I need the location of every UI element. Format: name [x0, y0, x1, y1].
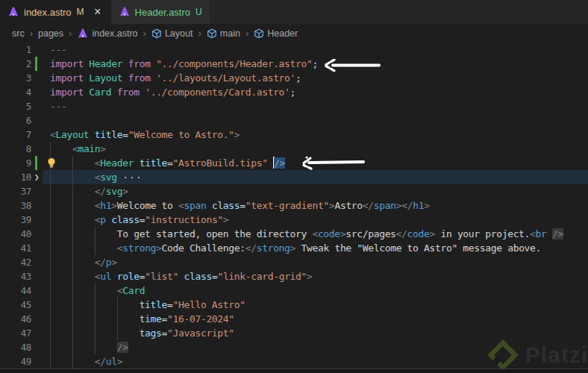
- code-content[interactable]: tags="Javascript": [43, 326, 588, 340]
- git-added-gutter-bar: [35, 156, 37, 170]
- token-txt: =: [162, 327, 167, 339]
- code-line-39[interactable]: 39 <p class="instructions">: [0, 213, 588, 227]
- code-line-6[interactable]: 6: [0, 113, 588, 128]
- breadcrumb-item-layout[interactable]: Layout: [151, 28, 193, 39]
- token-txt: Astro: [334, 200, 362, 211]
- code-line-1[interactable]: 1---: [0, 43, 588, 57]
- code-content[interactable]: </ul>: [43, 354, 588, 369]
- code-line-40[interactable]: 40 To get started, open the directory <c…: [0, 227, 588, 241]
- code-line-5[interactable]: 5---: [0, 99, 588, 113]
- lightbulb-icon[interactable]: [46, 157, 57, 169]
- code-content[interactable]: <ul role="list" class="link-card-grid">: [43, 269, 588, 283]
- token-kw: import: [50, 72, 84, 84]
- code-content[interactable]: ---: [43, 99, 588, 113]
- code-content[interactable]: <p class="instructions">: [43, 213, 588, 227]
- code-content[interactable]: <svg ···: [43, 170, 588, 184]
- code-editor[interactable]: 1---2import Header from "../components/H…: [0, 43, 588, 369]
- breadcrumb-separator-icon: ›: [30, 28, 33, 39]
- code-line-7[interactable]: 7<Layout title="Welcome to Astro.">: [0, 128, 588, 142]
- gutter: [33, 298, 43, 312]
- code-content[interactable]: import Header from "../components/Header…: [43, 57, 588, 71]
- code-line-43[interactable]: 43 <ul role="list" class="link-card-grid…: [0, 269, 588, 283]
- code-content[interactable]: [43, 113, 588, 128]
- token-comp: Card: [89, 87, 111, 98]
- token-txt: [268, 157, 273, 169]
- token-txt: Welcome to: [117, 200, 178, 211]
- token-punc: >: [234, 129, 240, 140]
- code-content[interactable]: />: [43, 340, 588, 354]
- code-line-49[interactable]: 49 </ul>: [0, 354, 588, 369]
- code-line-37[interactable]: 37 </svg>: [0, 184, 588, 198]
- token-comp: Header: [100, 157, 134, 169]
- tab-index-astro[interactable]: index.astroM×: [0, 0, 111, 24]
- token-txt: src/pages: [345, 228, 395, 239]
- code-content[interactable]: time="16-07-2024": [43, 312, 588, 326]
- line-number: 37: [0, 184, 33, 198]
- git-status-badge: M: [77, 7, 84, 17]
- code-line-44[interactable]: 44 <Card: [0, 283, 588, 298]
- code-content[interactable]: <Header title="AstroBuild.tips" />: [43, 156, 588, 170]
- line-number: 49: [0, 354, 33, 369]
- code-content[interactable]: To get started, open the directory <code…: [43, 227, 588, 241]
- token-str: "text-gradient": [245, 200, 329, 211]
- code-content[interactable]: </p>: [43, 255, 588, 269]
- line-number: 45: [0, 298, 33, 312]
- breadcrumb-item-header[interactable]: Header: [254, 28, 298, 39]
- line-number: 40: [0, 227, 33, 241]
- token-str: "Hello Astro": [173, 299, 245, 310]
- code-line-38[interactable]: 38 <h1>Welcome to <span class="text-grad…: [0, 198, 588, 213]
- indent-guide: [117, 312, 118, 326]
- code-line-10[interactable]: 10❯ <svg ···: [0, 170, 588, 184]
- code-content[interactable]: <strong>Code Challenge:</strong> Tweak t…: [43, 241, 588, 255]
- breadcrumb-item-pages[interactable]: pages: [38, 28, 63, 39]
- breadcrumb-item-index-astro[interactable]: index.astro: [77, 28, 137, 40]
- close-icon[interactable]: ×: [92, 6, 104, 18]
- indent-guide: [95, 312, 96, 326]
- token-comp: main: [78, 143, 100, 154]
- code-line-48[interactable]: 48 />: [0, 340, 588, 354]
- gutter: [33, 57, 43, 71]
- line-number: 4: [0, 85, 33, 99]
- code-line-4[interactable]: 4import Card from '../components/Card.as…: [0, 85, 588, 99]
- code-line-9[interactable]: 9 <Header title="AstroBuild.tips" />: [0, 156, 588, 170]
- token-kw: from: [128, 72, 151, 84]
- code-content[interactable]: <Layout title="Welcome to Astro.">: [43, 128, 588, 142]
- code-content[interactable]: <Card: [43, 283, 588, 298]
- code-line-2[interactable]: 2import Header from "../components/Heade…: [0, 57, 588, 71]
- code-content[interactable]: import Card from '../components/Card.ast…: [43, 85, 588, 99]
- code-content[interactable]: <h1>Welcome to <span class="text-gradien…: [43, 198, 588, 213]
- code-content[interactable]: title="Hello Astro": [43, 298, 588, 312]
- indent-guide: [95, 340, 96, 354]
- breadcrumb-item-main[interactable]: main: [207, 28, 240, 39]
- gutter: [33, 241, 43, 255]
- gutter: [33, 85, 43, 99]
- code-line-45[interactable]: 45 title="Hello Astro": [0, 298, 588, 312]
- token-punc: >: [223, 214, 228, 225]
- astro-file-icon: [77, 28, 89, 40]
- breadcrumb-item-src[interactable]: src: [12, 28, 25, 39]
- token-punc: <: [312, 228, 317, 239]
- line-number: 2: [0, 57, 33, 71]
- code-line-42[interactable]: 42 </p>: [0, 255, 588, 269]
- code-content[interactable]: ---: [43, 43, 588, 57]
- tab-label: index.astro: [24, 7, 72, 18]
- token-txt: [178, 271, 184, 282]
- token-txt: in your project.: [435, 228, 530, 239]
- code-line-46[interactable]: 46 time="16-07-2024": [0, 312, 588, 326]
- code-line-8[interactable]: 8 <main>: [0, 142, 588, 156]
- code-line-41[interactable]: 41 <strong>Code Challenge:</strong> Twea…: [0, 241, 588, 255]
- indent-guide: [117, 326, 118, 340]
- code-line-47[interactable]: 47 tags="Javascript": [0, 326, 588, 340]
- token-txt: [111, 271, 116, 282]
- code-content[interactable]: </svg>: [43, 184, 588, 198]
- line-number: 9: [0, 156, 33, 170]
- tab-header-astro[interactable]: Header.astroU: [111, 0, 210, 24]
- fold-chevron-icon[interactable]: ❯: [34, 170, 39, 184]
- token-comp: Layout: [55, 129, 89, 140]
- token-punc: >: [111, 200, 116, 211]
- indent-guide: [72, 354, 73, 369]
- token-tag: ul: [100, 271, 111, 282]
- code-line-3[interactable]: 3import Layout from '../layouts/Layout.a…: [0, 71, 588, 85]
- code-content[interactable]: <main>: [43, 142, 588, 156]
- code-content[interactable]: import Layout from '../layouts/Layout.as…: [43, 71, 588, 85]
